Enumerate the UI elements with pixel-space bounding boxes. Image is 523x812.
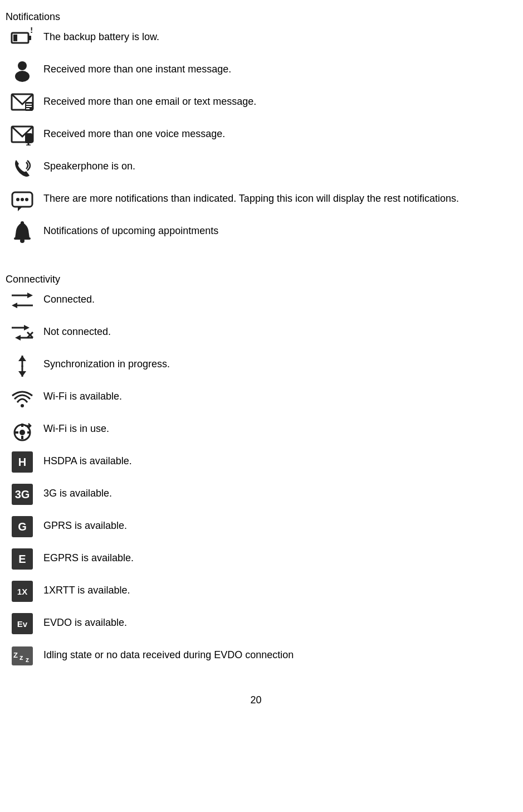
person-icon (6, 60, 39, 83)
connectivity-title: Connectivity (6, 274, 506, 285)
voicemail-icon (6, 124, 39, 145)
list-item: Notifications of upcoming appointments (6, 221, 506, 248)
evdo-text: EVDO is available. (43, 613, 506, 630)
1xrtt-box: 1X (12, 581, 33, 602)
svg-rect-12 (25, 133, 32, 143)
svg-point-20 (21, 221, 24, 225)
list-item: E EGPRS is available. (6, 548, 506, 575)
wifi-in-use-text: Wi-Fi is in use. (43, 419, 506, 436)
1xrtt-icon: 1X (6, 581, 39, 602)
3g-text: 3G is available. (43, 484, 506, 501)
sync-icon (6, 354, 39, 378)
list-item: Received more than one email or text mes… (6, 92, 506, 119)
3g-icon: 3G (6, 484, 39, 505)
list-item: H HSDPA is available. (6, 451, 506, 478)
svg-rect-40 (21, 424, 23, 427)
notifications-section: Notifications ! The backup battery is lo… (6, 11, 506, 248)
svg-rect-8 (26, 104, 32, 105)
svg-text:z: z (26, 656, 29, 664)
evdo-icon: Ev (6, 613, 39, 634)
hsdpa-box: H (12, 451, 33, 473)
list-item: Z z z Idling state or no data received d… (6, 645, 506, 672)
gprs-icon: G (6, 516, 39, 537)
speakerphone-icon (6, 157, 39, 180)
hsdpa-text: HSDPA is available. (43, 451, 506, 469)
egprs-text: EGPRS is available. (43, 548, 506, 566)
list-item: Ev EVDO is available. (6, 613, 506, 640)
page-number: 20 (6, 694, 506, 706)
more-notifications-icon (6, 189, 39, 212)
notifications-title: Notifications (6, 11, 506, 23)
list-item: Received more than one instant message. (6, 60, 506, 86)
svg-point-16 (16, 198, 19, 201)
svg-rect-2 (13, 35, 17, 41)
svg-marker-30 (15, 335, 21, 341)
list-item: Not connected. (6, 322, 506, 349)
svg-rect-10 (26, 108, 30, 109)
svg-marker-36 (18, 371, 26, 377)
wifi-available-text: Wi-Fi is available. (43, 387, 506, 404)
list-item: ! The backup battery is low. (6, 27, 506, 54)
email-icon (6, 92, 39, 113)
svg-marker-28 (24, 325, 30, 330)
svg-point-18 (25, 198, 28, 201)
svg-rect-43 (27, 431, 31, 434)
egprs-box: E (12, 548, 33, 570)
list-item: Wi-Fi is available. (6, 387, 506, 414)
svg-point-37 (21, 404, 24, 407)
not-connected-icon (6, 322, 39, 346)
appointments-text: Notifications of upcoming appointments (43, 221, 506, 239)
svg-point-5 (15, 71, 30, 82)
svg-marker-24 (27, 293, 33, 298)
battery-low-icon: ! (6, 27, 39, 51)
gprs-text: GPRS is available. (43, 516, 506, 533)
list-item: Received more than one voice message. (6, 124, 506, 151)
more-notifications-text: There are more notifications than indica… (43, 189, 506, 206)
email-text-text: Received more than one email or text mes… (43, 92, 506, 109)
svg-point-39 (19, 430, 25, 435)
voice-message-text: Received more than one voice message. (43, 124, 506, 142)
svg-text:Z: Z (13, 651, 18, 659)
evdo-idle-icon: Z z z (6, 645, 39, 667)
egprs-icon: E (6, 548, 39, 570)
svg-rect-41 (21, 436, 23, 439)
list-item: There are more notifications than indica… (6, 189, 506, 216)
svg-text:z: z (19, 653, 23, 662)
list-item: Wi-Fi is in use. (6, 419, 506, 446)
bell-icon (6, 221, 39, 245)
connected-icon (6, 290, 39, 311)
speakerphone-text: Speakerphone is on. (43, 157, 506, 174)
wifi-available-icon (6, 387, 39, 410)
evdo-box: Ev (12, 613, 33, 634)
sync-text: Synchronization in progress. (43, 354, 506, 372)
not-connected-text: Not connected. (43, 322, 506, 339)
1xrtt-text: 1XRTT is available. (43, 581, 506, 598)
svg-rect-9 (26, 106, 32, 107)
svg-rect-1 (28, 36, 31, 40)
instant-message-text: Received more than one instant message. (43, 60, 506, 77)
list-item: 3G 3G is available. (6, 484, 506, 510)
list-item: Connected. (6, 290, 506, 317)
svg-rect-22 (14, 237, 31, 240)
connectivity-section: Connectivity Connected. (6, 274, 506, 672)
3g-box: 3G (12, 484, 33, 505)
svg-text:!: ! (30, 27, 33, 35)
connected-text: Connected. (43, 290, 506, 307)
svg-marker-26 (12, 303, 17, 308)
list-item: 1X 1XRTT is available. (6, 581, 506, 607)
gprs-box: G (12, 516, 33, 537)
list-item: Speakerphone is on. (6, 157, 506, 183)
wifi-in-use-icon (6, 419, 39, 443)
hsdpa-icon: H (6, 451, 39, 473)
svg-rect-42 (15, 431, 18, 434)
battery-low-text: The backup battery is low. (43, 27, 506, 45)
evdo-idle-text: Idling state or no data received during … (43, 645, 506, 663)
list-item: G GPRS is available. (6, 516, 506, 543)
svg-point-17 (21, 198, 24, 201)
list-item: Synchronization in progress. (6, 354, 506, 381)
svg-point-4 (18, 61, 27, 70)
svg-marker-34 (18, 356, 26, 361)
